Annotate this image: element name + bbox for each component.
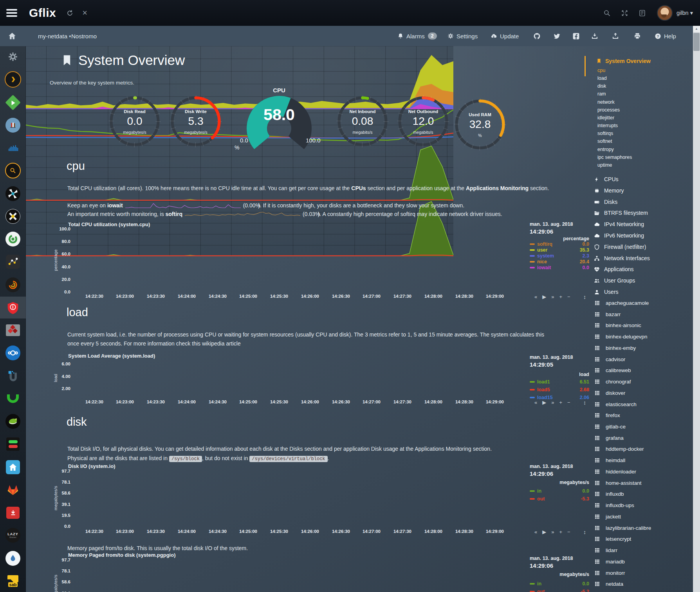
- user-menu[interactable]: gilbn ▾: [677, 10, 693, 16]
- facebook-icon[interactable]: [572, 26, 583, 46]
- disk-write-gauge[interactable]: Disk Write 5.3 megabytes/s: [166, 92, 225, 151]
- nav-app-influxdb-ups[interactable]: influxdb-ups: [595, 502, 634, 508]
- github-icon[interactable]: [533, 26, 543, 46]
- avatar[interactable]: [657, 5, 673, 21]
- breadcrumb-my-netdata[interactable]: my-netdata ▾: [38, 26, 71, 46]
- nav-section-ipv4-networking[interactable]: IPv4 Networking: [594, 221, 644, 227]
- nav-app-netdata[interactable]: netdata: [595, 581, 623, 587]
- nav-app-monitorr[interactable]: monitorr: [595, 570, 625, 576]
- nav-section-user-groups[interactable]: User Groups: [594, 277, 635, 284]
- nav-system-overview[interactable]: System Overview: [596, 58, 651, 64]
- legend-entry-system[interactable]: system2.3: [530, 253, 589, 259]
- legend-entry-in[interactable]: in0.0: [530, 581, 589, 587]
- plex-icon[interactable]: [0, 70, 26, 89]
- unifi-icon[interactable]: [0, 366, 26, 386]
- net-outbound-gauge[interactable]: Net Outbound 12.0 megabits/s: [394, 92, 453, 151]
- nav-app-cadvisor[interactable]: cadvisor: [595, 356, 625, 362]
- hamburger-menu-icon[interactable]: [6, 9, 17, 17]
- chart-toolbar-cpu[interactable]: «▶»+−: [534, 294, 576, 300]
- nav-app-binhex-delugevpn[interactable]: binhex-delugevpn: [595, 334, 648, 340]
- nav-app-elasticsearch[interactable]: elasticsearch: [595, 401, 637, 407]
- nav-item-idlejitter[interactable]: idlejitter: [597, 115, 614, 121]
- nav-item-uptime[interactable]: uptime: [597, 162, 612, 168]
- green-gecko-icon[interactable]: [0, 412, 26, 431]
- nav-section-ipv6-networking[interactable]: IPv6 Networking: [594, 232, 644, 239]
- settings-button[interactable]: Settings: [447, 26, 478, 46]
- nav-item-ipc-semaphores[interactable]: ipc semaphores: [597, 155, 632, 160]
- pinwheel-icon[interactable]: [0, 184, 26, 203]
- legend-entry-in[interactable]: in0.0: [530, 488, 589, 494]
- scrollbar-thumb[interactable]: [693, 33, 700, 51]
- import-icon[interactable]: [591, 26, 601, 46]
- nav-item-load[interactable]: load: [597, 76, 607, 81]
- books-icon[interactable]: [0, 115, 26, 135]
- chart-toolbar-disk[interactable]: «▶»+−: [534, 529, 576, 535]
- print-icon[interactable]: [634, 26, 644, 46]
- legend-entry-user[interactable]: user35.3: [530, 247, 589, 253]
- nav-app-home-assistant[interactable]: home-assistant: [595, 480, 642, 486]
- legend-entry-softirq[interactable]: softirq0.0: [530, 241, 589, 247]
- twitter-icon[interactable]: [553, 26, 563, 46]
- nav-item-interrupts[interactable]: interrupts: [597, 123, 618, 128]
- nav-app-calibreweb[interactable]: calibreweb: [595, 367, 631, 373]
- nav-app-mariadb[interactable]: mariadb: [595, 559, 625, 565]
- nav-item-entropy[interactable]: entropy: [597, 147, 614, 152]
- scroll-up-arrow[interactable]: ▲: [693, 26, 700, 32]
- nav-app-binhex-airsonic[interactable]: binhex-airsonic: [595, 322, 641, 328]
- nav-app-chronograf[interactable]: chronograf: [595, 379, 631, 385]
- green-magnet-icon[interactable]: [0, 389, 26, 408]
- chart-toolbar-load[interactable]: «▶»+−: [534, 399, 576, 405]
- legend-entry-out[interactable]: out-5.3: [530, 496, 589, 502]
- nav-app-jackett[interactable]: jackett: [595, 514, 621, 520]
- nav-section-disks[interactable]: Disks: [594, 199, 617, 205]
- legend-entry-nice[interactable]: nice20.4: [530, 259, 589, 265]
- nav-app-influxdb[interactable]: influxdb: [595, 491, 624, 497]
- waveform-icon[interactable]: [0, 138, 26, 158]
- nav-section-firewall-netfilter-[interactable]: Firewall (netfilter): [594, 244, 646, 250]
- gitlab-icon[interactable]: [0, 480, 26, 500]
- nav-app-gitlab-ce[interactable]: gitlab-ce: [595, 424, 626, 430]
- grafana-icon[interactable]: [0, 275, 26, 295]
- nav-app-binhex-emby[interactable]: binhex-emby: [595, 345, 636, 351]
- nav-app-bazarr[interactable]: bazarr: [595, 311, 621, 317]
- gear-icon[interactable]: [0, 47, 26, 67]
- nav-app-hddtemp-docker[interactable]: hddtemp-docker: [595, 446, 644, 452]
- sabnzbd-icon[interactable]: sab: [0, 571, 26, 591]
- nav-item-softirqs[interactable]: softirqs: [597, 131, 613, 136]
- lazylibrarian-icon[interactable]: LAZYlibrarian: [0, 525, 26, 545]
- nav-section-network-interfaces[interactable]: Network Interfaces: [594, 255, 650, 261]
- search-badge-icon[interactable]: [0, 161, 26, 180]
- nav-app-hiddenloader[interactable]: hiddenloader: [595, 469, 636, 475]
- search-icon[interactable]: [603, 9, 611, 17]
- refresh-icon[interactable]: [66, 9, 74, 17]
- nav-app-apacheguacamole[interactable]: apacheguacamole: [595, 300, 649, 306]
- scrollbar[interactable]: ▲: [693, 26, 700, 592]
- nav-app-diskover[interactable]: diskover: [595, 390, 625, 396]
- monitorr-icon[interactable]: [0, 434, 26, 454]
- legend-entry-out[interactable]: out-5.2: [530, 589, 589, 592]
- nav-section-memory[interactable]: Memory: [594, 187, 624, 194]
- legend-entry-load1[interactable]: load16.51: [530, 379, 589, 385]
- x-badge-icon[interactable]: [0, 207, 26, 226]
- nav-section-cpus[interactable]: CPUs: [594, 176, 619, 182]
- netdata-shield-icon[interactable]: i: [0, 298, 26, 317]
- home-icon[interactable]: [8, 26, 19, 46]
- nav-section-applications[interactable]: Applications: [594, 266, 634, 272]
- nav-section-btrfs-filesystem[interactable]: BTRFS filesystem: [594, 210, 648, 216]
- water-drop-icon[interactable]: [0, 549, 26, 568]
- disk-read-gauge[interactable]: Disk Read 0.0 megabytes/s: [105, 92, 164, 151]
- nav-item-disk[interactable]: disk: [597, 83, 606, 89]
- update-button[interactable]: Update: [490, 26, 519, 46]
- nav-item-ram[interactable]: ram: [597, 91, 606, 97]
- emby-icon[interactable]: [0, 93, 26, 112]
- nav-app-lazylibrarian-calibre[interactable]: lazylibrarian-calibre: [595, 525, 651, 531]
- cpu-gauge[interactable]: CPU 58.0 0.0 % 100.0: [232, 87, 326, 156]
- nav-item-processes[interactable]: processes: [597, 107, 620, 113]
- download-badge-icon[interactable]: [0, 503, 26, 522]
- nav-item-softnet[interactable]: softnet: [597, 139, 612, 144]
- nav-app-heimdall[interactable]: heimdall: [595, 457, 625, 463]
- nextcloud-icon[interactable]: [0, 343, 26, 363]
- nav-item-network[interactable]: network: [597, 99, 615, 105]
- nav-app-letsencrypt[interactable]: letsencrypt: [595, 536, 631, 542]
- nav-app-firefox[interactable]: firefox: [595, 412, 620, 418]
